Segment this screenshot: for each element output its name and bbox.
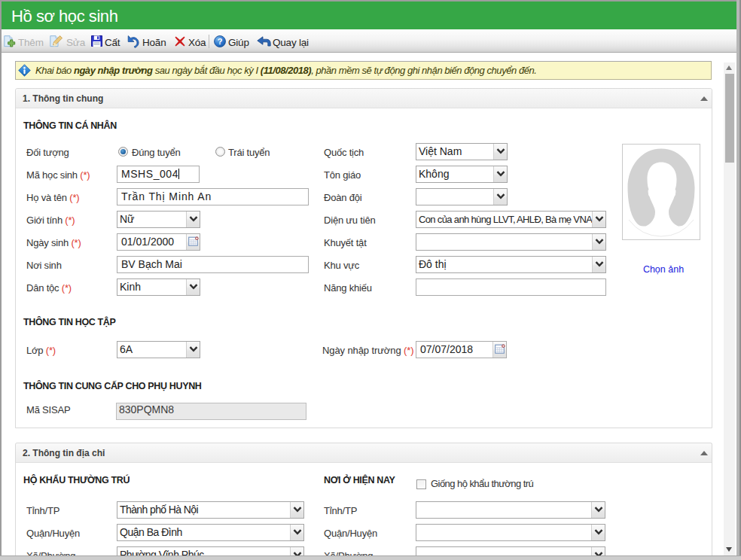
svg-text:?: ? (218, 37, 223, 46)
